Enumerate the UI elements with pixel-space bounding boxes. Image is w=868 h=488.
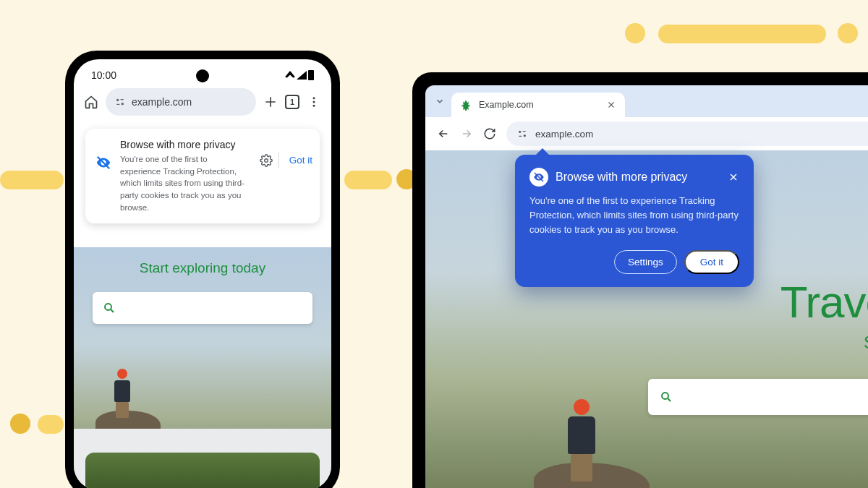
decoration-bar xyxy=(0,171,64,189)
svg-point-4 xyxy=(313,105,315,107)
cell-signal-icon xyxy=(297,71,307,80)
decoration-bar xyxy=(38,415,64,434)
mobile-screen: 10:00 example.com 1 xyxy=(74,59,331,488)
forward-button[interactable] xyxy=(460,127,473,140)
tab-search-button[interactable] xyxy=(431,93,448,110)
page-title-fragment: Trave xyxy=(780,276,868,328)
home-icon[interactable] xyxy=(84,95,98,109)
callout-body: You're one of the first to experience Tr… xyxy=(529,194,739,237)
tracking-protection-icon xyxy=(114,96,126,108)
callout-body: You're one of the first to experience Tr… xyxy=(120,153,250,213)
hero-hiker xyxy=(110,369,135,418)
divider xyxy=(278,153,279,168)
mobile-device-frame: 10:00 example.com 1 xyxy=(65,51,340,488)
callout-title: Browse with more privacy xyxy=(120,139,251,150)
page-subtitle-fragment: Sta xyxy=(864,333,868,353)
search-icon xyxy=(103,301,116,314)
battery-icon xyxy=(308,70,314,80)
decoration-bar xyxy=(344,171,392,189)
desktop-privacy-callout: Browse with more privacy You're one of t… xyxy=(515,155,754,287)
page-heading: Start exploring today xyxy=(74,247,331,276)
desktop-screen: Example.com example.com Trave Sta xyxy=(425,85,868,488)
svg-point-9 xyxy=(662,393,668,399)
browser-tab[interactable]: Example.com xyxy=(451,93,625,117)
wifi-icon xyxy=(285,71,295,80)
privacy-eye-off-icon xyxy=(529,168,548,187)
reload-button[interactable] xyxy=(483,127,496,140)
back-button[interactable] xyxy=(437,127,450,140)
desktop-url-text: example.com xyxy=(535,129,593,140)
more-menu-button[interactable] xyxy=(307,95,321,109)
decoration-dot xyxy=(838,23,858,43)
decoration-dot xyxy=(625,23,645,43)
settings-button[interactable]: Settings xyxy=(614,250,677,274)
mobile-omnibox[interactable]: example.com xyxy=(106,88,256,116)
gear-icon[interactable] xyxy=(260,154,273,167)
tab-switcher-button[interactable]: 1 xyxy=(285,95,299,109)
tab-title: Example.com xyxy=(479,100,534,110)
new-tab-button[interactable] xyxy=(263,95,278,109)
mobile-page-content: Start exploring today xyxy=(74,247,331,488)
mobile-browser-toolbar: example.com 1 xyxy=(74,84,331,123)
tab-strip: Example.com xyxy=(425,85,868,117)
mobile-url-text: example.com xyxy=(132,96,192,108)
hero-hiker xyxy=(561,399,602,484)
svg-point-5 xyxy=(105,304,111,310)
desktop-device-frame: Example.com example.com Trave Sta xyxy=(412,72,868,488)
close-icon[interactable] xyxy=(728,171,739,183)
svg-point-0 xyxy=(116,99,119,101)
svg-point-8 xyxy=(524,134,526,137)
svg-point-6 xyxy=(264,158,268,162)
page-search-input[interactable] xyxy=(93,292,312,324)
desktop-omnibox[interactable]: example.com xyxy=(506,121,868,146)
page-feed-card[interactable] xyxy=(85,453,320,488)
decoration-bar xyxy=(658,25,826,43)
svg-point-2 xyxy=(313,97,315,99)
desktop-browser-toolbar: example.com xyxy=(425,117,868,150)
close-tab-icon[interactable] xyxy=(606,100,616,110)
svg-point-7 xyxy=(519,131,521,133)
tracking-protection-icon xyxy=(516,128,528,140)
decoration-dot xyxy=(10,414,30,434)
search-icon xyxy=(660,390,673,403)
svg-point-1 xyxy=(122,103,124,105)
got-it-button[interactable]: Got it xyxy=(684,250,739,274)
camera-notch xyxy=(196,69,209,82)
svg-point-3 xyxy=(313,101,315,103)
site-favicon-icon xyxy=(460,99,472,111)
privacy-eye-off-icon xyxy=(95,155,111,171)
got-it-button[interactable]: Got it xyxy=(285,152,317,168)
callout-title: Browse with more privacy xyxy=(556,171,720,184)
page-search-input[interactable] xyxy=(648,379,868,415)
status-time: 10:00 xyxy=(91,69,116,81)
mobile-privacy-callout: Browse with more privacy You're one of t… xyxy=(85,129,320,223)
